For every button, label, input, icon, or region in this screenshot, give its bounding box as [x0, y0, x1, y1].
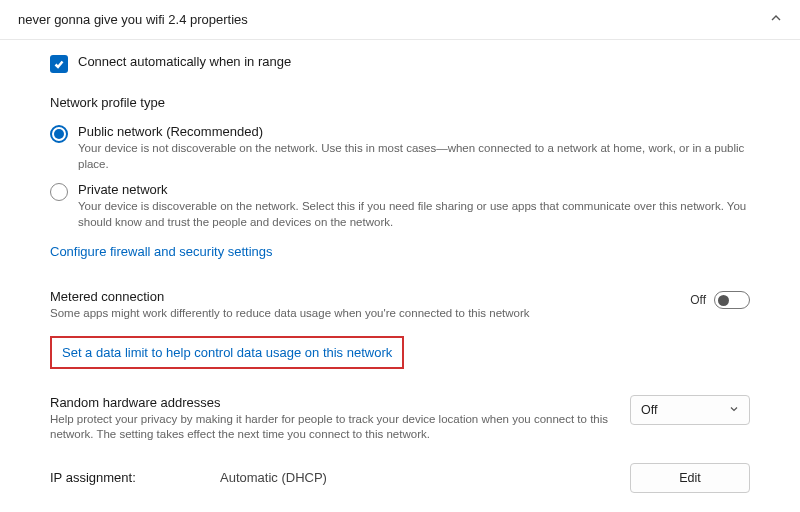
ip-label: IP assignment:	[50, 470, 220, 485]
ip-value: Automatic (DHCP)	[220, 470, 630, 485]
data-limit-highlight: Set a data limit to help control data us…	[50, 336, 404, 369]
random-hw-dropdown[interactable]: Off	[630, 395, 750, 425]
content-area: Connect automatically when in range Netw…	[0, 40, 800, 512]
random-hw-title: Random hardware addresses	[50, 395, 610, 410]
private-network-desc: Your device is discoverable on the netwo…	[78, 199, 750, 230]
properties-header[interactable]: never gonna give you wifi 2.4 properties	[0, 0, 800, 40]
metered-desc: Some apps might work differently to redu…	[50, 306, 690, 322]
random-hw-row: Random hardware addresses Help protect y…	[50, 395, 750, 443]
chevron-down-icon	[729, 403, 739, 417]
private-network-label: Private network	[78, 182, 750, 197]
public-network-label: Public network (Recommended)	[78, 124, 750, 139]
connect-auto-label: Connect automatically when in range	[78, 54, 291, 69]
metered-connection-row: Metered connection Some apps might work …	[50, 289, 750, 322]
private-network-option[interactable]: Private network Your device is discovera…	[50, 182, 750, 230]
public-network-option[interactable]: Public network (Recommended) Your device…	[50, 124, 750, 172]
checkmark-icon	[53, 58, 65, 70]
metered-toggle[interactable]	[714, 291, 750, 309]
connect-auto-row[interactable]: Connect automatically when in range	[50, 54, 750, 73]
random-hw-desc: Help protect your privacy by making it h…	[50, 412, 610, 443]
ip-edit-button[interactable]: Edit	[630, 463, 750, 493]
ip-assignment-row: IP assignment: Automatic (DHCP) Edit	[50, 463, 750, 493]
chevron-up-icon	[770, 12, 782, 27]
public-network-desc: Your device is not discoverable on the n…	[78, 141, 750, 172]
public-network-radio[interactable]	[50, 125, 68, 143]
private-network-radio[interactable]	[50, 183, 68, 201]
firewall-settings-link[interactable]: Configure firewall and security settings	[50, 244, 273, 259]
connect-auto-checkbox[interactable]	[50, 55, 68, 73]
metered-state-label: Off	[690, 293, 706, 307]
profile-section-title: Network profile type	[50, 95, 750, 110]
data-limit-link[interactable]: Set a data limit to help control data us…	[62, 345, 392, 360]
random-hw-value: Off	[641, 403, 657, 417]
header-title: never gonna give you wifi 2.4 properties	[18, 12, 248, 27]
metered-title: Metered connection	[50, 289, 690, 304]
